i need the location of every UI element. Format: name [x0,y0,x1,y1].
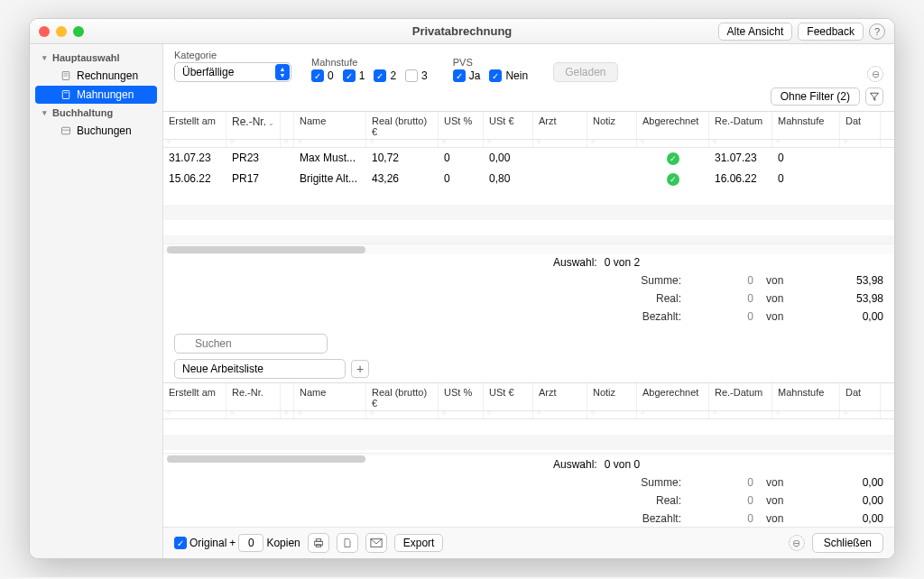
col-re-nr[interactable]: Re.-Nr. [226,383,281,410]
col-mahnstufe[interactable]: Mahnstufe [772,383,840,410]
summe-b: 53,98 [820,274,883,287]
col-erstellt-am[interactable]: Erstellt am [163,112,226,139]
col-erstellt-am[interactable]: Erstellt am [163,383,226,410]
sidebar-item-rechnungen[interactable]: Rechnungen [35,67,157,85]
col-datum[interactable]: Dat [840,383,881,410]
col-ust-pct[interactable]: USt % [439,383,484,410]
cell-erstellt: 15.06.22 [163,170,226,188]
footer-settings-icon[interactable]: ⊖ [789,535,805,551]
alte-ansicht-button[interactable]: Alte Ansicht [718,23,793,41]
bezahlt-label: Bezahlt: [613,310,694,323]
original-label: Original [189,537,226,549]
svg-rect-5 [62,127,70,134]
print-button[interactable] [308,533,329,553]
mahnstufe-2-checkbox[interactable]: ✓ [374,69,386,82]
cell-real: 43,26 [366,170,439,188]
horizontal-scrollbar-lower[interactable] [163,453,894,456]
mahnstufe-3-label: 3 [421,69,428,82]
col-ust-eur[interactable]: USt € [484,383,533,410]
pvs-ja-checkbox[interactable]: ✓ [453,69,466,82]
col-notiz[interactable]: Notiz [587,383,637,410]
printer-icon [312,537,325,549]
kopien-input[interactable] [238,534,263,552]
col-datum[interactable]: Dat [840,112,881,139]
sidebar-item-label: Mahnungen [77,88,134,101]
original-checkbox[interactable]: ✓ [174,537,187,549]
summe-label: Summe: [613,274,694,287]
kategorie-select[interactable]: Überfällige [174,62,291,82]
auswahl-value: 0 von 0 [605,458,640,471]
bezahlt-b: 0,00 [820,310,883,323]
cell-real: 10,72 [366,150,439,167]
feedback-button[interactable]: Feedback [798,23,864,41]
auswahl-value: 0 von 2 [605,256,640,269]
col-real-brutto[interactable]: Real (brutto) € [366,112,439,139]
mahnstufe-3-checkbox[interactable] [405,69,418,82]
table-body: 31.07.23 PR23 Max Must... 10,72 0 0,00 ✓… [163,148,894,189]
abgerechnet-check-icon: ✓ [667,173,679,186]
pvs-ja-label: Ja [469,69,481,82]
reminder-icon [60,89,71,100]
settings-gear-icon[interactable]: ⊖ [867,66,883,82]
col-name[interactable]: Name [294,383,366,410]
scrollbar-thumb[interactable] [167,455,365,463]
table-row[interactable]: 15.06.22 PR17 Brigitte Alt... 43,26 0 0,… [163,169,894,189]
search-input[interactable] [174,334,328,354]
close-button[interactable]: Schließen [812,533,883,553]
col-abgerechnet[interactable]: Abgerechnet [637,112,709,139]
col-real-brutto[interactable]: Real (brutto) € [366,383,439,410]
export-button[interactable]: Export [394,534,444,552]
bezahlt-von: von [766,310,820,323]
pvs-nein-checkbox[interactable]: ✓ [489,69,502,82]
scrollbar-thumb[interactable] [167,246,365,253]
col-arzt[interactable]: Arzt [533,383,587,410]
col-re-datum[interactable]: Re.-Datum [709,383,772,410]
col-ust-pct[interactable]: USt % [439,112,484,139]
col-name[interactable]: Name [294,112,366,139]
col-ust-eur[interactable]: USt € [484,112,533,139]
sort-indicator-icon: ⌄ [268,119,274,127]
mail-icon [370,538,383,548]
main-panel: Kategorie Überfällige ▲▼ Mahnstufe ✓0 ✓1… [163,44,894,558]
table-header: Erstellt am Re.-Nr.⌄ Name Real (brutto) … [163,111,894,140]
ohne-filter-button[interactable]: Ohne Filter (2) [771,87,860,106]
col-re-datum[interactable]: Re.-Datum [709,112,772,139]
cell-redatum: 16.06.22 [709,170,772,188]
funnel-filter-button[interactable] [865,87,883,106]
abgerechnet-check-icon: ✓ [667,152,679,165]
col-arzt[interactable]: Arzt [533,112,587,139]
table-row[interactable]: 31.07.23 PR23 Max Must... 10,72 0 0,00 ✓… [163,148,894,169]
mail-button[interactable] [365,533,387,553]
upper-table: Erstellt am Re.-Nr.⌄ Name Real (brutto) … [163,111,894,254]
col-mahnstufe[interactable]: Mahnstufe [772,112,840,139]
geladen-button[interactable]: Geladen [553,62,617,82]
cell-mahn: 0 [772,170,840,188]
mahnstufe-1-checkbox[interactable]: ✓ [343,69,356,82]
cell-mahn: 0 [772,150,840,167]
sidebar-group-buchhaltung[interactable]: Buchhaltung [30,105,162,121]
col-re-nr[interactable]: Re.-Nr.⌄ [226,112,281,139]
cell-uste: 0,00 [484,150,533,167]
sidebar-item-buchungen[interactable]: Buchungen [35,122,157,140]
mahnstufe-2-label: 2 [390,69,396,82]
close-window-button[interactable] [39,26,50,37]
cell-renr: PR17 [226,170,281,188]
kategorie-label: Kategorie [174,50,291,60]
real-b: 53,98 [820,292,883,305]
add-worklist-button[interactable]: + [351,360,369,378]
pvs-nein-label: Nein [505,69,528,82]
sidebar-group-hauptauswahl[interactable]: Hauptauswahl [30,50,162,66]
help-button[interactable]: ? [869,23,885,40]
summe-von: von [766,274,820,287]
horizontal-scrollbar[interactable] [163,244,894,254]
sidebar-item-label: Buchungen [77,124,132,137]
zoom-window-button[interactable] [73,26,84,37]
col-notiz[interactable]: Notiz [587,112,637,139]
minimize-window-button[interactable] [56,26,67,37]
sidebar-item-mahnungen[interactable]: Mahnungen [35,86,157,104]
document-button[interactable] [337,533,358,553]
worklist-name-input[interactable] [174,359,346,379]
titlebar: Privatabrechnung Alte Ansicht Feedback ? [30,19,894,44]
col-abgerechnet[interactable]: Abgerechnet [637,383,709,410]
mahnstufe-0-checkbox[interactable]: ✓ [311,69,324,82]
